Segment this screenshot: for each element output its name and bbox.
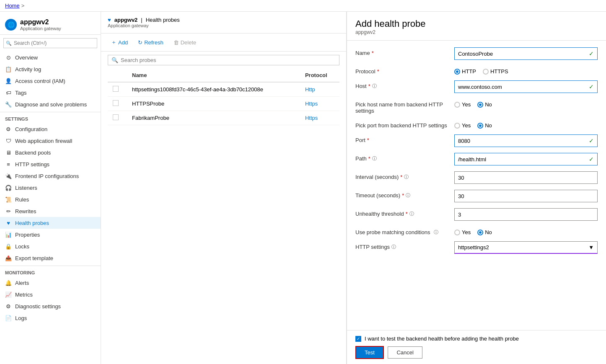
pick-host-yes-radio[interactable] [454, 102, 460, 108]
pick-port-yes-option[interactable]: Yes [454, 122, 471, 129]
sidebar-item-overview[interactable]: ⊙ Overview [0, 52, 101, 63]
sidebar-item-diagnose[interactable]: 🔧 Diagnose and solve problems [0, 98, 101, 110]
sidebar-item-diagnostic-settings[interactable]: ⚙ Diagnostic settings [0, 300, 101, 312]
health-probes-icon: ♥ [5, 219, 12, 226]
list-area: 🔍 Name Protocol httpsettings1008fd37c-46… [101, 52, 346, 364]
add-button[interactable]: ＋ Add [108, 37, 131, 48]
protocol-https-radio[interactable] [483, 69, 489, 75]
row-checkbox[interactable] [113, 86, 119, 92]
host-checkmark-icon: ✓ [589, 83, 594, 90]
sidebar-item-listeners[interactable]: 🎧 Listeners [0, 182, 101, 194]
pick-port-yes-radio[interactable] [454, 123, 460, 129]
http-settings-dropdown-icon[interactable]: ▼ [588, 244, 594, 250]
sidebar-item-backend-pools[interactable]: 🖥 Backend pools [0, 147, 101, 158]
sidebar-item-label: Rules [15, 196, 29, 203]
delete-button[interactable]: 🗑 Delete [170, 38, 200, 47]
frontend-ip-icon: 🔌 [5, 173, 12, 179]
host-control: ✓ [454, 80, 598, 93]
breadcrumb-home[interactable]: Home [5, 3, 20, 9]
sidebar-item-rules[interactable]: 📜 Rules [0, 194, 101, 205]
sidebar-item-http-settings[interactable]: ≡ HTTP settings [0, 158, 101, 170]
pick-host-yes-option[interactable]: Yes [454, 101, 471, 108]
unhealthy-row: Unhealthy threshold * ⓘ [355, 208, 598, 221]
row-checkbox-cell[interactable] [108, 82, 127, 97]
probe-matching-yes-radio[interactable] [454, 230, 460, 235]
row-checkbox-cell[interactable] [108, 97, 127, 111]
row-checkbox-cell[interactable] [108, 111, 127, 125]
sidebar-item-rewrites[interactable]: ✏ Rewrites [0, 205, 101, 217]
name-input[interactable] [458, 51, 589, 57]
waf-icon: 🛡 [5, 137, 12, 144]
table-row[interactable]: FabrikamProbe Https [108, 111, 339, 125]
pick-port-no-option[interactable]: No [477, 122, 492, 129]
pick-host-no-option[interactable]: No [477, 101, 492, 108]
list-search-input[interactable] [121, 57, 336, 63]
pick-port-no-radio[interactable] [477, 123, 483, 129]
host-input[interactable] [458, 84, 589, 90]
sidebar-item-properties[interactable]: 📊 Properties [0, 229, 101, 240]
footer-buttons: Test Cancel [355, 346, 598, 359]
rewrites-icon: ✏ [5, 208, 12, 214]
page-title-icon: ♥ [108, 17, 111, 23]
sidebar-header: 🌐 appgwv2 Application gateway [0, 12, 101, 35]
probe-matching-info-icon: ⓘ [434, 229, 438, 235]
configuration-icon: ⚙ [5, 126, 12, 132]
sidebar-item-tags[interactable]: 🏷 Tags [0, 87, 101, 98]
timeout-input[interactable] [458, 193, 594, 199]
sidebar-item-configuration[interactable]: ⚙ Configuration [0, 123, 101, 135]
probe-matching-no-option[interactable]: No [477, 229, 492, 235]
sidebar-item-locks[interactable]: 🔒 Locks [0, 240, 101, 252]
sidebar-item-frontend-ip[interactable]: 🔌 Frontend IP configurations [0, 170, 101, 182]
test-backend-checkbox[interactable]: ✓ [355, 336, 361, 342]
sidebar-item-export-template[interactable]: 📤 Export template [0, 252, 101, 264]
sidebar-item-logs[interactable]: 📄 Logs [0, 312, 101, 324]
interval-input[interactable] [458, 175, 594, 181]
table-row[interactable]: HTTPSProbe Https [108, 97, 339, 111]
unhealthy-input[interactable] [458, 212, 594, 218]
row-checkbox[interactable] [113, 100, 119, 106]
col-name[interactable]: Name [127, 69, 300, 82]
protocol-https-option[interactable]: HTTPS [483, 68, 508, 75]
sidebar-item-alerts[interactable]: 🔔 Alerts [0, 277, 101, 289]
activity-log-icon: 📋 [5, 66, 12, 72]
resource-subtitle-main: Application gateway [108, 23, 339, 28]
probe-matching-row: Use probe matching conditions ⓘ Yes No [355, 227, 598, 235]
timeout-control [454, 190, 598, 202]
protocol-required: * [377, 68, 379, 75]
sidebar-search-input[interactable] [3, 38, 97, 48]
probes-table: Name Protocol httpsettings1008fd37c-46c5… [108, 69, 339, 125]
test-button[interactable]: Test [355, 346, 384, 359]
page-title: ♥ appgwv2 | Health probes [108, 17, 339, 23]
sidebar-item-health-probes[interactable]: ♥ Health probes [0, 217, 101, 229]
row-name-cell: httpsettings1008fd37c-46c5-43ef-ae4a-3db… [127, 82, 300, 97]
resource-icon: 🌐 [5, 19, 17, 31]
sidebar-item-access-control[interactable]: 👤 Access control (IAM) [0, 75, 101, 87]
probe-matching-control: Yes No [454, 227, 598, 235]
probe-matching-no-radio[interactable] [477, 230, 483, 235]
path-required: * [368, 155, 370, 162]
sidebar-item-waf[interactable]: 🛡 Web application firewall [0, 135, 101, 147]
tags-icon: 🏷 [5, 89, 12, 96]
protocol-http-radio[interactable] [454, 69, 460, 75]
sidebar-item-metrics[interactable]: 📈 Metrics [0, 289, 101, 300]
protocol-control: HTTP HTTPS [454, 66, 598, 75]
protocol-http-option[interactable]: HTTP [454, 68, 476, 75]
probe-matching-yes-option[interactable]: Yes [454, 229, 471, 235]
interval-info-icon: ⓘ [404, 174, 409, 180]
sidebar-item-label: Properties [15, 232, 40, 238]
resource-subtitle: Application gateway [20, 26, 61, 31]
cancel-button[interactable]: Cancel [388, 346, 422, 359]
path-input[interactable] [458, 156, 589, 163]
refresh-label: Refresh [144, 39, 163, 46]
resource-info: appgwv2 Application gateway [20, 18, 61, 31]
sidebar-item-label: Overview [15, 54, 38, 61]
sidebar-item-label: Access control (IAM) [15, 78, 65, 84]
table-row[interactable]: httpsettings1008fd37c-46c5-43ef-ae4a-3db… [108, 82, 339, 97]
pick-host-no-radio[interactable] [477, 102, 483, 108]
sidebar-item-activity-log[interactable]: 📋 Activity log [0, 63, 101, 75]
col-protocol[interactable]: Protocol [300, 69, 339, 82]
port-input[interactable] [458, 138, 589, 144]
refresh-button[interactable]: ↻ Refresh [135, 38, 167, 47]
breadcrumb-separator: > [21, 3, 25, 9]
row-checkbox[interactable] [113, 114, 119, 120]
